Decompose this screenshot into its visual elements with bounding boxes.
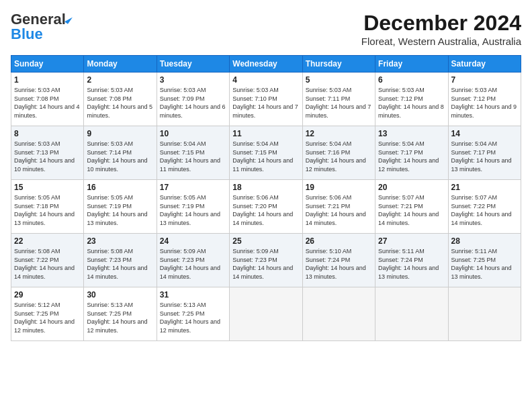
day-info: Sunrise: 5:03 AMSunset: 7:08 PMDaylight:… [87,86,153,120]
day-number: 4 [232,75,299,85]
day-info: Sunrise: 5:05 AMSunset: 7:19 PMDaylight:… [87,193,153,227]
day-number: 8 [14,129,81,138]
calendar-cell: 30Sunrise: 5:13 AMSunset: 7:25 PMDayligh… [84,287,157,341]
day-number: 17 [160,183,226,192]
calendar-cell: 19Sunrise: 5:06 AMSunset: 7:21 PMDayligh… [302,180,375,234]
calendar-cell: 3Sunrise: 5:03 AMSunset: 7:09 PMDaylight… [157,73,229,126]
day-info: Sunrise: 5:04 AMSunset: 7:15 PMDaylight:… [232,140,299,173]
day-number: 3 [160,75,226,85]
day-number: 15 [14,183,81,192]
calendar-cell: 4Sunrise: 5:03 AMSunset: 7:10 PMDaylight… [230,73,302,126]
calendar-cell: 6Sunrise: 5:03 AMSunset: 7:12 PMDaylight… [375,73,448,126]
calendar-table: SundayMondayTuesdayWednesdayThursdayFrid… [11,55,521,341]
day-info: Sunrise: 5:05 AMSunset: 7:19 PMDaylight:… [160,193,226,227]
calendar-cell: 7Sunrise: 5:03 AMSunset: 7:12 PMDaylight… [448,73,521,126]
calendar-cell: 27Sunrise: 5:11 AMSunset: 7:24 PMDayligh… [375,234,448,287]
day-info: Sunrise: 5:08 AMSunset: 7:22 PMDaylight:… [14,247,81,281]
day-info: Sunrise: 5:09 AMSunset: 7:23 PMDaylight:… [160,247,226,281]
day-number: 9 [87,129,153,138]
calendar-cell: 5Sunrise: 5:03 AMSunset: 7:11 PMDaylight… [302,73,375,126]
calendar-cell: 29Sunrise: 5:12 AMSunset: 7:25 PMDayligh… [11,287,84,341]
col-header-sunday: Sunday [11,56,84,73]
location-title: Floreat, Western Australia, Australia [361,36,521,47]
day-info: Sunrise: 5:03 AMSunset: 7:11 PMDaylight:… [306,86,372,120]
calendar-week-row: 29Sunrise: 5:12 AMSunset: 7:25 PMDayligh… [11,287,521,341]
day-number: 24 [160,236,226,246]
day-number: 6 [378,75,445,85]
day-number: 26 [306,236,372,246]
calendar-cell: 21Sunrise: 5:07 AMSunset: 7:22 PMDayligh… [448,180,521,234]
calendar-cell: 24Sunrise: 5:09 AMSunset: 7:23 PMDayligh… [157,234,229,287]
day-info: Sunrise: 5:06 AMSunset: 7:21 PMDaylight:… [306,193,372,227]
calendar-cell: 15Sunrise: 5:05 AMSunset: 7:18 PMDayligh… [11,180,84,234]
day-info: Sunrise: 5:04 AMSunset: 7:17 PMDaylight:… [378,140,445,173]
calendar-week-row: 22Sunrise: 5:08 AMSunset: 7:22 PMDayligh… [11,234,521,287]
col-header-thursday: Thursday [302,56,375,73]
day-info: Sunrise: 5:03 AMSunset: 7:13 PMDaylight:… [14,140,81,173]
day-info: Sunrise: 5:11 AMSunset: 7:24 PMDaylight:… [378,247,445,281]
day-info: Sunrise: 5:03 AMSunset: 7:09 PMDaylight:… [160,86,226,120]
calendar-cell: 13Sunrise: 5:04 AMSunset: 7:17 PMDayligh… [375,126,448,180]
day-info: Sunrise: 5:09 AMSunset: 7:23 PMDaylight:… [232,247,299,281]
calendar-cell: 2Sunrise: 5:03 AMSunset: 7:08 PMDaylight… [84,73,157,126]
day-number: 18 [232,183,299,192]
col-header-monday: Monday [84,56,157,73]
calendar-cell: 25Sunrise: 5:09 AMSunset: 7:23 PMDayligh… [230,234,302,287]
calendar-cell: 12Sunrise: 5:04 AMSunset: 7:16 PMDayligh… [302,126,375,180]
day-number: 25 [232,236,299,246]
calendar-cell: 23Sunrise: 5:08 AMSunset: 7:23 PMDayligh… [84,234,157,287]
calendar-week-row: 1Sunrise: 5:03 AMSunset: 7:08 PMDaylight… [11,73,521,126]
calendar-cell: 22Sunrise: 5:08 AMSunset: 7:22 PMDayligh… [11,234,84,287]
day-number: 14 [451,129,518,138]
col-header-friday: Friday [375,56,448,73]
day-info: Sunrise: 5:07 AMSunset: 7:22 PMDaylight:… [451,193,518,227]
calendar-cell [230,287,302,341]
day-number: 31 [160,290,226,300]
calendar-cell: 14Sunrise: 5:04 AMSunset: 7:17 PMDayligh… [448,126,521,180]
day-number: 10 [160,129,226,138]
logo-blue: Blue [11,26,43,43]
calendar-cell: 1Sunrise: 5:03 AMSunset: 7:08 PMDaylight… [11,73,84,126]
day-number: 20 [378,183,445,192]
calendar-cell: 9Sunrise: 5:03 AMSunset: 7:14 PMDaylight… [84,126,157,180]
calendar-cell: 17Sunrise: 5:05 AMSunset: 7:19 PMDayligh… [157,180,229,234]
calendar-cell: 28Sunrise: 5:11 AMSunset: 7:25 PMDayligh… [448,234,521,287]
calendar-cell [375,287,448,341]
day-number: 21 [451,183,518,192]
calendar-cell [302,287,375,341]
day-info: Sunrise: 5:13 AMSunset: 7:25 PMDaylight:… [87,301,153,334]
day-info: Sunrise: 5:03 AMSunset: 7:12 PMDaylight:… [451,86,518,120]
day-number: 19 [306,183,372,192]
day-info: Sunrise: 5:03 AMSunset: 7:08 PMDaylight:… [14,86,81,120]
day-number: 5 [306,75,372,85]
calendar-header-row: SundayMondayTuesdayWednesdayThursdayFrid… [11,56,521,73]
calendar-cell: 11Sunrise: 5:04 AMSunset: 7:15 PMDayligh… [230,126,302,180]
day-number: 16 [87,183,153,192]
day-info: Sunrise: 5:04 AMSunset: 7:15 PMDaylight:… [160,140,226,173]
day-info: Sunrise: 5:10 AMSunset: 7:24 PMDaylight:… [306,247,372,281]
logo: General Blue [11,11,71,43]
calendar-cell: 31Sunrise: 5:13 AMSunset: 7:25 PMDayligh… [157,287,229,341]
calendar-cell [448,287,521,341]
day-info: Sunrise: 5:03 AMSunset: 7:10 PMDaylight:… [232,86,299,120]
day-info: Sunrise: 5:08 AMSunset: 7:23 PMDaylight:… [87,247,153,281]
day-number: 22 [14,236,81,246]
day-info: Sunrise: 5:06 AMSunset: 7:20 PMDaylight:… [232,193,299,227]
day-info: Sunrise: 5:04 AMSunset: 7:16 PMDaylight:… [306,140,372,173]
month-title: December 2024 [361,11,521,36]
calendar-cell: 20Sunrise: 5:07 AMSunset: 7:21 PMDayligh… [375,180,448,234]
day-info: Sunrise: 5:03 AMSunset: 7:14 PMDaylight:… [87,140,153,173]
calendar-cell: 26Sunrise: 5:10 AMSunset: 7:24 PMDayligh… [302,234,375,287]
col-header-tuesday: Tuesday [157,56,229,73]
page-header: General Blue December 2024 Floreat, West… [11,11,521,47]
col-header-saturday: Saturday [448,56,521,73]
title-block: December 2024 Floreat, Western Australia… [361,11,521,47]
calendar-cell: 8Sunrise: 5:03 AMSunset: 7:13 PMDaylight… [11,126,84,180]
day-info: Sunrise: 5:07 AMSunset: 7:21 PMDaylight:… [378,193,445,227]
day-number: 7 [451,75,518,85]
calendar-cell: 10Sunrise: 5:04 AMSunset: 7:15 PMDayligh… [157,126,229,180]
calendar-week-row: 8Sunrise: 5:03 AMSunset: 7:13 PMDaylight… [11,126,521,180]
calendar-cell: 16Sunrise: 5:05 AMSunset: 7:19 PMDayligh… [84,180,157,234]
day-number: 27 [378,236,445,246]
day-info: Sunrise: 5:03 AMSunset: 7:12 PMDaylight:… [378,86,445,120]
